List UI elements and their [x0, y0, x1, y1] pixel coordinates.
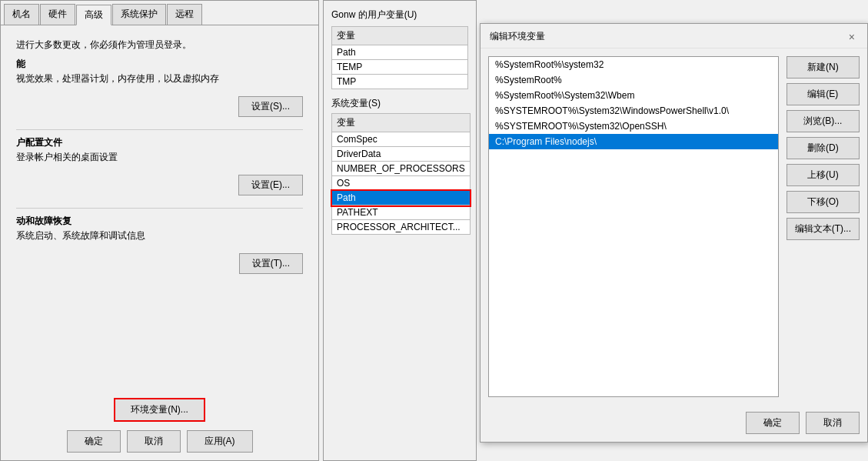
env-path-item-5[interactable]: C:\Program Files\nodejs\ [489, 134, 778, 149]
environment-variables-button[interactable]: 环境变量(N)... [114, 398, 205, 422]
startup-recovery-label: 动和故障恢复 [16, 215, 303, 228]
performance-section: 能 视觉效果，处理器计划，内存使用，以及虚拟内存 设置(S)... [16, 58, 303, 117]
move-down-button[interactable]: 下移(O) [787, 191, 860, 213]
admin-note: 进行大多数更改，你必须作为管理员登录。 [16, 38, 303, 52]
sys-var-name-1: DriverData [332, 147, 471, 162]
edit-env-var-panel: 编辑环境变量 × %SystemRoot%\system32%SystemRoo… [480, 23, 868, 443]
sys-var-name-4: Path [332, 191, 471, 205]
tab-computer-name[interactable]: 机名 [4, 4, 39, 25]
ok-button-left[interactable]: 确定 [67, 430, 121, 453]
env-path-item-4[interactable]: %SYSTEMROOT%\System32\OpenSSH\ [489, 119, 778, 134]
user-profile-section: 户配置文件 登录帐户相关的桌面设置 设置(E)... [16, 136, 303, 195]
edit-button[interactable]: 编辑(E) [787, 83, 860, 105]
sys-var-row-3[interactable]: OS [332, 176, 471, 191]
user-profile-settings-button[interactable]: 设置(E)... [238, 175, 303, 195]
performance-desc: 视觉效果，处理器计划，内存使用，以及虚拟内存 [16, 72, 303, 85]
user-var-name-2: TMP [332, 75, 468, 89]
edit-text-button[interactable]: 编辑文本(T)... [787, 218, 860, 240]
right-panel-content: %SystemRoot%\system32%SystemRoot%%System… [481, 48, 867, 405]
tab-remote[interactable]: 远程 [167, 4, 202, 25]
startup-recovery-desc: 系统启动、系统故障和调试信息 [16, 229, 303, 242]
cancel-button-left[interactable]: 取消 [127, 430, 181, 453]
user-profile-label: 户配置文件 [16, 136, 303, 149]
user-profile-desc: 登录帐户相关的桌面设置 [16, 151, 303, 164]
user-var-row-1[interactable]: TEMP [332, 60, 468, 75]
apply-button-left[interactable]: 应用(A) [187, 430, 253, 453]
sys-var-row-1[interactable]: DriverData [332, 147, 471, 162]
env-path-item-2[interactable]: %SystemRoot%\System32\Wbem [489, 88, 778, 103]
user-vars-title: Gonw 的用户变量(U) [324, 1, 476, 26]
sys-var-row-4[interactable]: Path [332, 191, 471, 205]
sys-vars-title: 系统变量(S) [324, 89, 476, 113]
user-var-name-1: TEMP [332, 60, 468, 75]
sys-var-name-3: OS [332, 176, 471, 191]
right-bottom-buttons: 确定取消 [746, 412, 860, 434]
tab-system-protection[interactable]: 系统保护 [112, 4, 166, 25]
divider-2 [16, 208, 303, 209]
user-vars-header: 变量 [332, 27, 468, 45]
sys-var-name-6: PROCESSOR_ARCHITECT... [332, 220, 471, 235]
tab-hardware[interactable]: 硬件 [40, 4, 75, 25]
close-button[interactable]: × [846, 31, 858, 43]
sys-var-name-2: NUMBER_OF_PROCESSORS [332, 162, 471, 176]
sys-var-row-5[interactable]: PATHEXT [332, 205, 471, 220]
right-title-bar: 编辑环境变量 × [481, 24, 867, 48]
bottom-buttons: 确定 取消 应用(A) [1, 430, 318, 453]
env-path-item-1[interactable]: %SystemRoot% [489, 72, 778, 88]
browse-button[interactable]: 浏览(B)... [787, 110, 860, 132]
user-var-name-0: Path [332, 45, 468, 60]
sys-var-row-0[interactable]: ComSpec [332, 132, 471, 147]
user-var-row-2[interactable]: TMP [332, 75, 468, 89]
sys-var-name-0: ComSpec [332, 132, 471, 147]
tab-bar: 机名 硬件 高级 系统保护 远程 [1, 1, 318, 25]
startup-recovery-section: 动和故障恢复 系统启动、系统故障和调试信息 设置(T)... [16, 215, 303, 274]
cancel-button[interactable]: 取消 [806, 412, 860, 434]
sys-var-row-6[interactable]: PROCESSOR_ARCHITECT... [332, 220, 471, 235]
env-path-list[interactable]: %SystemRoot%\system32%SystemRoot%%System… [488, 56, 779, 397]
performance-settings-button[interactable]: 设置(S)... [238, 96, 303, 117]
user-var-row-0[interactable]: Path [332, 45, 468, 60]
env-path-item-0[interactable]: %SystemRoot%\system32 [489, 57, 778, 72]
env-path-item-3[interactable]: %SYSTEMROOT%\System32\WindowsPowerShell\… [489, 103, 778, 119]
right-panel-title: 编辑环境变量 [490, 30, 545, 43]
sys-var-row-2[interactable]: NUMBER_OF_PROCESSORS [332, 162, 471, 176]
env-btn-row: 环境变量(N)... [16, 398, 303, 422]
sys-vars-header: 变量 [332, 114, 471, 132]
sys-vars-table: 变量 ComSpecDriverDataNUMBER_OF_PROCESSORS… [331, 113, 471, 235]
system-properties-panel: 机名 硬件 高级 系统保护 远程 进行大多数更改，你必须作为管理员登录。 能 视… [0, 0, 319, 461]
environment-variables-panel: Gonw 的用户变量(U) 变量 PathTEMPTMP 系统变量(S) 变量 … [323, 0, 477, 461]
performance-label: 能 [16, 58, 303, 71]
tab-advanced[interactable]: 高级 [76, 5, 111, 25]
divider-1 [16, 129, 303, 130]
startup-recovery-settings-button[interactable]: 设置(T)... [239, 253, 303, 274]
ok-button[interactable]: 确定 [746, 412, 800, 434]
user-vars-table: 变量 PathTEMPTMP [331, 26, 468, 89]
right-action-buttons: 新建(N)编辑(E)浏览(B)...删除(D)上移(U)下移(O)编辑文本(T)… [787, 56, 860, 397]
sys-var-name-5: PATHEXT [332, 205, 471, 220]
delete-button[interactable]: 删除(D) [787, 137, 860, 159]
move-up-button[interactable]: 上移(U) [787, 164, 860, 186]
left-panel-content: 进行大多数更改，你必须作为管理员登录。 能 视觉效果，处理器计划，内存使用，以及… [1, 25, 318, 299]
new-button[interactable]: 新建(N) [787, 56, 860, 79]
